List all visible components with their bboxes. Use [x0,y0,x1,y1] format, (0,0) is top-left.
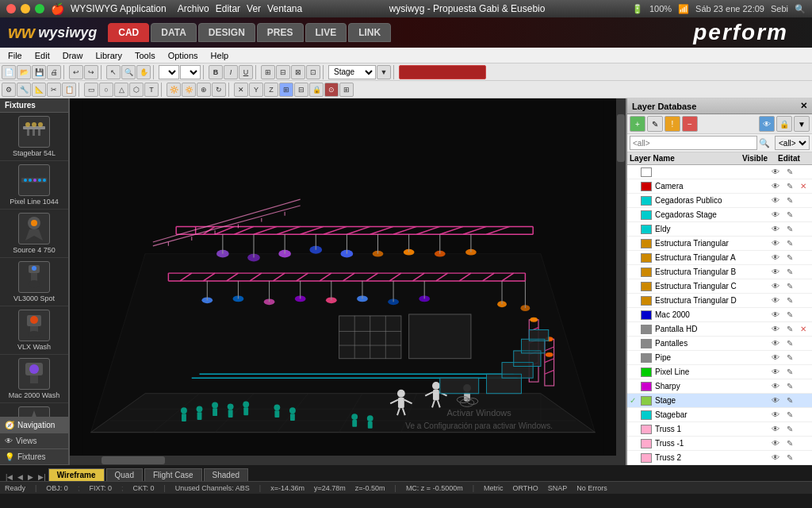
layer-eye-btn[interactable]: 👁 [768,382,783,391]
tb2-9[interactable]: ⬡ [129,83,144,97]
tb-i[interactable]: I [224,65,238,79]
left-tab-navigation[interactable]: 🧭 Navigation [0,418,68,433]
view-tab-shaded[interactable]: Shaded [204,468,248,481]
tb-redo[interactable]: ↪ [84,65,98,79]
window-controls[interactable] [6,4,44,13]
maximize-button[interactable] [35,4,44,13]
fixture-vlxwash[interactable]: VLX Wash [0,306,68,355]
menu-library[interactable]: Library [90,49,127,62]
layer-lock-btn[interactable]: ✎ [783,439,797,448]
layer-lock-btn[interactable]: ✎ [783,296,797,305]
layer-row[interactable]: Camera👁✎✕ [627,179,812,194]
layer-lock-btn[interactable]: ✎ [783,182,797,190]
layer-lock-btn[interactable]: ✎ [783,282,797,291]
tab-design[interactable]: DESIGN [198,23,255,42]
layer-row[interactable]: Pixel Line👁✎ [627,365,812,379]
layer-search-input[interactable] [630,136,757,150]
tb-print[interactable]: 🖨 [47,65,61,79]
tab-pres[interactable]: PRES [257,23,304,42]
layer-lock-btn[interactable]: ✎ [783,425,797,433]
tb2-x[interactable]: ✕ [234,83,248,97]
layer-close-icon[interactable]: ✕ [800,101,807,111]
tb2-y[interactable]: Y [249,83,263,97]
view-tab-quad[interactable]: Quad [106,468,143,481]
layer-eye-btn[interactable]: 👁 [768,182,783,190]
layer-row[interactable]: Stagebar👁✎ [627,408,812,422]
search-icon[interactable]: 🔍 [795,4,806,14]
tab-live[interactable]: LIVE [305,23,347,42]
layer-eye-btn[interactable]: 👁 [768,253,783,262]
vscroll-thumb[interactable] [617,114,625,162]
layer-eye-btn[interactable]: 👁 [768,353,783,362]
viewport[interactable]: Activar WindowsVe a Configuración para a… [70,98,626,465]
tb-stage-select[interactable]: Stage [328,65,376,79]
layer-eye-btn[interactable]: 👁 [768,325,783,333]
layer-row[interactable]: 👁✎ [627,165,812,179]
nav-last[interactable]: ▶| [36,473,48,481]
tb-grid1[interactable]: ⊞ [261,65,275,79]
tb2-4[interactable]: ✂ [47,83,61,97]
menu-draw[interactable]: Draw [58,49,88,62]
menu-help[interactable]: Help [206,49,234,62]
layer-eye-btn[interactable]: 👁 [768,368,783,376]
tb2-z[interactable]: Z [264,83,278,97]
fixture-source4750[interactable]: Source 4 750 [0,210,68,258]
tb-u[interactable]: U [239,65,253,79]
tab-cad[interactable]: CAD [108,23,149,42]
hscroll-thumb[interactable] [102,456,165,464]
apple-icon[interactable]: 🍎 [51,2,64,15]
layer-row[interactable]: Truss -1👁✎ [627,437,812,451]
tb-b[interactable]: B [209,65,223,79]
fixture-sharpy[interactable]: Sharpy [0,403,68,417]
menu-ver[interactable]: Ver [247,3,261,14]
layer-row[interactable]: Sharpy👁✎ [627,379,812,394]
layer-eye-btn[interactable]: 👁 [768,239,783,248]
menu-tools[interactable]: Tools [130,49,160,62]
layer-row[interactable]: Pantalla HD👁✎✕ [627,322,812,337]
layer-row[interactable]: Truss 1👁✎ [627,422,812,437]
layer-lock-btn[interactable]: ✎ [783,325,797,333]
layer-eye-btn[interactable]: 👁 [768,310,783,319]
layer-lock-btn[interactable]: ✎ [783,368,797,376]
tb2-6[interactable]: ▭ [84,83,98,97]
menu-edit[interactable]: Edit [30,49,55,62]
tb-open[interactable]: 📂 [17,65,31,79]
tab-data[interactable]: DATA [151,23,197,42]
layer-eye-btn[interactable]: 👁 [768,453,783,462]
layer-eye-btn[interactable]: 👁 [768,425,783,433]
layer-btn-warning[interactable]: ! [665,116,680,132]
tb-save[interactable]: 💾 [32,65,46,79]
layer-lock-btn[interactable]: ✎ [783,396,797,405]
tb2-move[interactable]: ⊕ [197,83,211,97]
tb2-sel[interactable]: ⊞ [279,83,293,97]
viewport-scrollbar-horizontal[interactable] [70,456,616,465]
layer-lock-btn[interactable]: ✎ [783,453,797,462]
tb-grid2[interactable]: ⊟ [276,65,290,79]
layer-row[interactable]: Estructura Triangular C👁✎ [627,279,812,294]
layer-lock-btn[interactable]: ✎ [783,196,797,205]
layer-row[interactable]: Pipe👁✎ [627,351,812,365]
layer-del-btn[interactable]: ✕ [797,325,810,333]
tb2-10[interactable]: T [144,83,159,97]
tb2-5[interactable]: 📋 [62,83,76,97]
layer-row[interactable]: ✓Stage👁✎ [627,394,812,408]
minimize-button[interactable] [21,4,30,13]
nav-first[interactable]: |◀ [3,473,15,481]
tb2-3[interactable]: 📐 [32,83,46,97]
layer-eye-btn[interactable]: 👁 [768,167,783,176]
left-tab-fixtures[interactable]: 💡 Fixtures [0,449,68,465]
viewport-scrollbar-vertical[interactable] [616,98,626,465]
tb-new[interactable]: 📄 [2,65,16,79]
tb-undo[interactable]: ↩ [69,65,83,79]
layer-btn-add[interactable]: + [630,116,645,132]
layer-lock-btn[interactable]: ✎ [783,382,797,391]
layer-row[interactable]: Cegadoras Publico👁✎ [627,194,812,208]
tb2-rotate[interactable]: ↻ [212,83,226,97]
layer-btn-eye[interactable]: 👁 [759,116,775,132]
tb-dropdown2[interactable] [180,65,201,79]
layer-row[interactable]: Cegadoras Stage👁✎ [627,208,812,222]
layer-row[interactable]: Estructura Triangular A👁✎ [627,251,812,265]
layer-list[interactable]: 👁✎Camera👁✎✕Cegadoras Publico👁✎Cegadoras … [627,165,812,465]
menu-archivo[interactable]: Archivo [178,3,209,14]
tb-zoom[interactable]: 🔍 [121,65,136,79]
